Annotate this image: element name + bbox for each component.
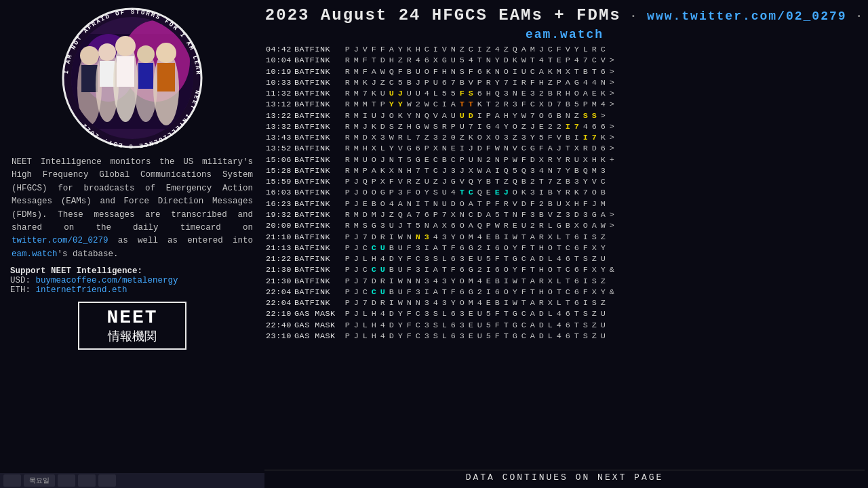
row-time: 22:04 [266, 298, 294, 308]
row-station: BATFINK [294, 88, 343, 99]
row-station: BATFINK [294, 176, 343, 187]
row-data: P J L H 4 D Y F C 3 S L 6 3 E U 5 F T G … [343, 331, 863, 342]
row-data: R M 7 K U U J U U 4 L 5 5 F S 6 H Q 3 N … [343, 88, 863, 99]
row-station: BATFINK [294, 253, 343, 264]
taskbar-item-1[interactable] [3, 474, 21, 487]
row-time: 10:19 [266, 66, 294, 77]
row-time: 16:23 [266, 199, 294, 209]
row-data: P J E B O 4 A N I T N U D O A T P F R V … [343, 199, 863, 209]
svg-point-10 [98, 43, 116, 61]
table-row: 13:12BATFINKR M M T P Y Y W 2 W C I A T … [266, 99, 863, 110]
row-data: P J 7 D R I W N N 3 4 3 Y O M 4 E B I W … [343, 276, 863, 287]
row-time: 13:32 [266, 121, 294, 132]
table-row: 21:30BATFINKP J C C U B U F 3 I A T F 6 … [266, 264, 863, 275]
header-title: 2023 August 24 HFGCS EAMs + FDMs [265, 6, 621, 24]
row-time: 10:04 [266, 55, 294, 66]
table-row: 15:28BATFINKR M P A K X N H 7 T C J 3 J … [266, 165, 863, 176]
row-time: 21:22 [266, 253, 294, 264]
row-data: R M J K D S Z H G W S R P U 7 I G 4 Y O … [343, 121, 863, 132]
circle-logo: I AM NOT AFRAID OF STORMS FOR I AM LEARN… [61, 7, 203, 149]
support-block: Support NEET Intelligence: USD: buymeaco… [10, 266, 254, 295]
row-station: BATFINK [294, 121, 343, 132]
header-sep2: · [847, 9, 865, 23]
table-row: 22:04BATFINKP J 7 D R I W N N 3 4 3 Y O … [266, 298, 863, 308]
row-data: P J L H 4 D Y F C 3 S L 6 3 E U 5 F T G … [343, 253, 863, 264]
header-twitter[interactable]: www.twitter.com/02_0279 [647, 9, 846, 23]
usd-label: USD: [10, 276, 36, 285]
row-time: 11:32 [266, 88, 294, 99]
row-data: P J Q P X F V R Z U Z J G V Q Y B T Z Q … [343, 176, 863, 187]
row-time: 21:10 [266, 232, 294, 243]
row-station: BATFINK [294, 44, 343, 55]
row-station: BATFINK [294, 287, 343, 298]
neet-bottom-text: 情報機関 [92, 328, 173, 344]
table-row: 15:59BATFINKP J Q P X F V R Z U Z J G V … [266, 176, 863, 187]
eth-link[interactable]: internetfriend.eth [36, 285, 127, 295]
row-data: R M P A K X N H 7 T C J 3 J X W A I Q 5 … [343, 165, 863, 176]
table-row: 23:10GAS MASKP J L H 4 D Y F C 3 S L 6 3… [266, 331, 863, 342]
row-data: R M I U J O K Y N Q V A U U D I P A H Y … [343, 110, 863, 121]
footer-text: DATA CONTINUES ON NEXT PAGE [466, 472, 664, 483]
taskbar-item-4[interactable] [78, 474, 96, 487]
row-time: 21:30 [266, 264, 294, 275]
row-station: BATFINK [294, 110, 343, 121]
table-row: 21:13BATFINKP J C C U B U F 3 I A T F 6 … [266, 243, 863, 253]
row-data: P J C C U B U F 3 I A T F 6 G 2 I 6 O Y … [343, 264, 863, 275]
row-time: 22:10 [266, 308, 294, 319]
row-data: P J O O G P 3 F O Y S U 4 T C Q E E J O … [343, 187, 863, 198]
row-time: 23:10 [266, 331, 294, 342]
row-station: GAS MASK [294, 308, 343, 319]
table-row: 19:32BATFINKR M D M J Z Q A 7 6 P 7 X N … [266, 209, 863, 220]
taskbar-item-3[interactable] [58, 474, 75, 487]
row-data: R M D X 3 W R L 7 Z 3 2 0 Z K O X O 3 Z … [343, 132, 863, 143]
header-sep1: · [621, 9, 647, 23]
right-panel: 2023 August 24 HFGCS EAMs + FDMs · www.t… [264, 0, 868, 488]
row-station: BATFINK [294, 165, 343, 176]
eam-table: 04:42BATFINKP J V F F A Y K H C I V N Z … [264, 44, 865, 470]
row-time: 19:32 [266, 209, 294, 220]
table-row: 20:00BATFINKR M S G 3 U J T 5 N A X 6 O … [266, 220, 863, 231]
usd-link[interactable]: buymeacoffee.com/metalenergy [36, 276, 178, 285]
neet-top-text: NEET [92, 307, 173, 328]
eam-link[interactable]: eam.watch [12, 249, 58, 259]
row-station: GAS MASK [294, 331, 343, 342]
row-station: GAS MASK [294, 320, 343, 331]
twitter-link[interactable]: twitter.com/02_0279 [12, 236, 108, 245]
table-row: 22:40GAS MASKP J L H 4 D Y F C 3 S L 6 3… [266, 320, 863, 331]
svg-rect-14 [117, 56, 134, 87]
svg-point-16 [137, 45, 155, 63]
table-row: 10:33BATFINKR M K J Z C 5 B J P U 6 7 B … [266, 77, 863, 88]
page-header: 2023 August 24 HFGCS EAMs + FDMs · www.t… [264, 3, 865, 44]
table-row: 13:43BATFINKR M D X 3 W R L 7 Z 3 2 0 Z … [266, 132, 863, 143]
table-row: 04:42BATFINKP J V F F A Y K H C I V N Z … [266, 44, 863, 55]
left-panel: I AM NOT AFRAID OF STORMS FOR I AM LEARN… [0, 0, 264, 488]
row-data: R M F A W Q F B U O F H N S F 6 K N O I … [343, 66, 863, 77]
taskbar: 목요일 [0, 473, 264, 488]
table-row: 11:32BATFINKR M 7 K U U J U U 4 L 5 5 F … [266, 88, 863, 99]
row-station: BATFINK [294, 55, 343, 66]
row-time: 15:28 [266, 165, 294, 176]
row-data: R M U O J N T 5 G E C B C P U N 2 N P W … [343, 155, 863, 165]
table-row: 13:52BATFINKR M H X L Y V G 6 P X N E I … [266, 143, 863, 154]
svg-point-19 [156, 43, 176, 63]
row-time: 22:04 [266, 287, 294, 298]
row-station: BATFINK [294, 187, 343, 198]
footer-bar: DATA CONTINUES ON NEXT PAGE [264, 470, 865, 485]
row-data: P J V F F A Y K H C I V N Z C I Z 4 Z Q … [343, 44, 863, 55]
row-station: BATFINK [294, 77, 343, 88]
taskbar-item-2[interactable]: 목요일 [24, 474, 55, 487]
row-data: P J L H 4 D Y F C 3 S L 6 3 E U 5 F T G … [343, 308, 863, 319]
row-time: 15:59 [266, 176, 294, 187]
row-time: 13:52 [266, 143, 294, 154]
row-station: BATFINK [294, 243, 343, 253]
row-time: 16:03 [266, 187, 294, 198]
row-data: P J L H 4 D Y F C 3 S L 6 3 E U 5 F T G … [343, 320, 863, 331]
row-station: BATFINK [294, 276, 343, 287]
taskbar-item-5[interactable] [98, 474, 116, 487]
row-time: 21:13 [266, 243, 294, 253]
table-row: 22:10GAS MASKP J L H 4 D Y F C 3 S L 6 3… [266, 308, 863, 319]
svg-rect-17 [138, 63, 153, 89]
description-text: NEET Intelligence monitors the US milita… [10, 156, 254, 261]
row-data: R M S G 3 U J T 5 N A X 6 O A Q P W R E … [343, 220, 863, 231]
header-eam[interactable]: eam.watch [526, 28, 604, 41]
